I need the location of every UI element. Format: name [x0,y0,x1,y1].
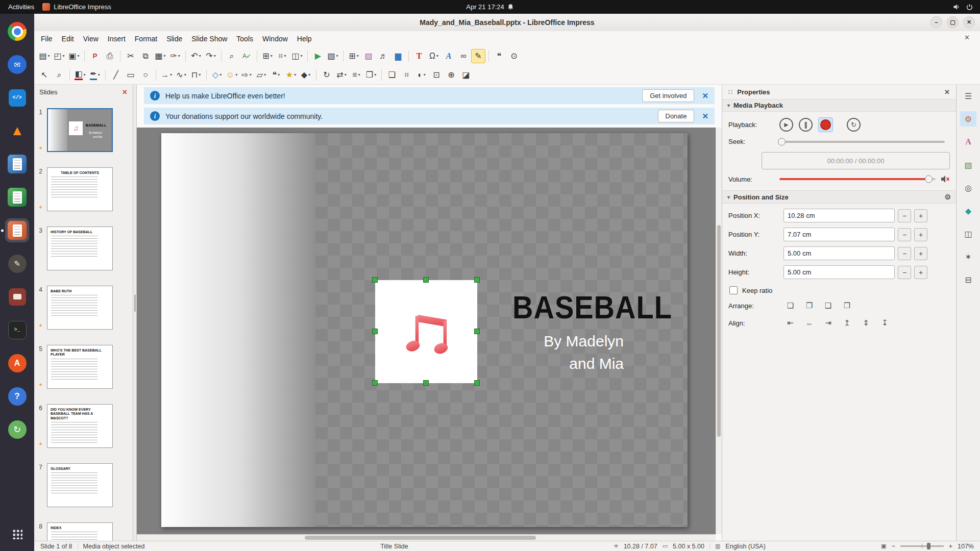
callouts-button[interactable]: ❝▾ [269,68,283,82]
display-grid-button[interactable]: ⊞▾ [260,49,275,63]
google-chrome-icon[interactable] [5,19,29,43]
selection-handle-bottom-middle[interactable] [423,380,429,386]
keep-ratio-checkbox[interactable] [729,286,738,294]
undo-button[interactable]: ↶▾ [189,49,203,63]
slide-thumbnail-1[interactable]: BASEBALL ♫ BASEBALL By Madelynand Mia [47,108,113,152]
selection-handle-bottom-right[interactable] [474,380,480,386]
insert-comment-button[interactable]: ❝▾ [492,49,506,63]
save-button[interactable]: ▣▾ [67,49,81,63]
sep-button[interactable]: ▾ [307,51,308,62]
special-character-button[interactable]: Ω▾ [427,49,441,63]
align-bottom-button[interactable]: ↧ [878,317,892,329]
libreoffice-impress-icon[interactable] [5,218,29,242]
hyperlink-button[interactable]: ∞▾ [456,49,471,63]
seek-slider[interactable] [779,141,945,143]
width-decrease-button[interactable]: − [898,247,911,260]
position-size-section-header[interactable]: ▾ Position and Size ⚙ [722,190,956,204]
activities-button[interactable]: Activities [8,3,34,11]
sep-button[interactable]: ▾ [316,69,316,81]
section-settings-icon[interactable]: ⚙ [944,193,951,201]
terminal-icon[interactable]: >_ [5,318,29,342]
zoom-in-button[interactable]: + [949,543,952,550]
menu-slide[interactable]: Slide [162,33,187,45]
height-decrease-button[interactable]: − [898,266,911,279]
libreoffice-writer-icon[interactable] [5,152,29,176]
connectors-button[interactable]: ⊓▾ [189,68,203,82]
insert-media-button[interactable]: ♬▾ [376,49,390,63]
open-button[interactable]: ◰▾ [52,49,66,63]
snap-guides-button[interactable]: ⌗▾ [275,49,289,63]
window-titlebar[interactable]: Mady_and_Mia_Baseball.pptx - LibreOffice… [34,14,980,32]
glue-points-button[interactable]: ⊕▾ [444,68,458,82]
send-to-back-button[interactable]: ❒ [840,299,854,312]
pause-button[interactable]: ∥ [799,118,813,132]
maximize-button[interactable]: ▢ [947,16,959,28]
position-x-increase-button[interactable]: + [914,209,927,222]
sep-button[interactable]: ▾ [488,51,489,62]
new-slide-button[interactable]: ▧▾ [326,49,340,63]
align-objects-button[interactable]: ≡▾ [349,68,363,82]
menu-edit[interactable]: Edit [57,33,79,45]
sep-button[interactable]: ▾ [221,51,222,62]
copy-button[interactable]: ⧉▾ [138,49,153,63]
close-document-button[interactable]: ✕ [964,34,970,41]
insert-chart-button[interactable]: ▆▾ [391,49,405,63]
shadow-button[interactable]: ❏▾ [385,68,399,82]
selection-handle-middle-right[interactable] [474,329,480,334]
zoom-slider-thumb[interactable] [927,543,930,549]
cut-button[interactable]: ✂▾ [124,49,138,63]
stars-banners-button[interactable]: ★▾ [284,68,298,82]
slide-byline-text[interactable]: By Madelyn and Mia [522,330,624,374]
repeat-button[interactable]: ↻ [847,118,861,132]
slide-canvas[interactable]: BASEBALL By Madelyn and Mia [137,128,716,534]
selection-handle-bottom-left[interactable] [372,380,378,386]
tab-gallery[interactable]: ▧ [960,157,976,172]
insert-textbox-button[interactable]: T▾ [412,49,426,63]
slide-title-text[interactable]: BASEBALL [512,292,660,324]
insert-line-button[interactable]: ╱▾ [109,68,123,82]
sep-button[interactable]: ▾ [120,51,120,62]
rotate-button[interactable]: ↻▾ [320,68,334,82]
paste-button[interactable]: ▦▾ [153,49,167,63]
panel-splitter[interactable] [133,84,137,541]
flowchart-button[interactable]: ▱▾ [254,68,268,82]
align-top-button[interactable]: ↥ [840,317,854,329]
zoom-level[interactable]: 107% [958,543,974,550]
slide-thumbnail-2[interactable]: TABLE OF CONTENTS ♫ TABLE OF CONTENTS By… [47,167,113,211]
vlc-icon[interactable]: ▲ [5,119,29,143]
fontwork-button[interactable]: A▾ [442,49,456,63]
block-arrows-button[interactable]: ⇨▾ [239,68,254,82]
stop-button[interactable] [818,117,833,132]
position-x-decrease-button[interactable]: − [898,209,911,222]
filter-button[interactable]: ◐▾ [414,68,429,82]
start-slideshow-button[interactable]: ▶▾ [311,49,325,63]
sep-button[interactable]: ▾ [408,51,409,62]
sep-button[interactable]: ▾ [257,51,257,62]
redo-button[interactable]: ↷▾ [204,49,218,63]
language-status[interactable]: English (USA) [725,543,766,550]
document-modified-icon[interactable]: ▥ [715,543,720,549]
slide-thumbnail-8[interactable]: INDEX ♫ INDEX By Madelynand Mia [47,522,113,541]
system-tray[interactable] [953,4,980,10]
sep-button[interactable]: ▾ [69,69,70,81]
bring-forward-button[interactable]: ❐ [802,299,816,312]
tab-shapes[interactable]: ◆ [960,203,976,218]
height-input[interactable] [783,265,895,279]
menu-format[interactable]: Format [130,33,162,45]
sep-button[interactable]: ▾ [185,51,186,62]
selection-handle-top-right[interactable] [474,277,480,283]
horizontal-scrollbar-thumb[interactable] [305,536,536,540]
seek-slider-knob[interactable] [778,138,786,145]
toggle-extrusion-button[interactable]: ◪▾ [459,68,473,82]
app-store-icon[interactable]: A [5,351,29,375]
get-involved-button[interactable]: Get involved [642,89,694,102]
minimize-button[interactable]: − [930,16,942,28]
volume-slider-knob[interactable] [925,176,933,183]
basic-shapes-button[interactable]: ◇▾ [210,68,224,82]
slide-thumbnail-3[interactable]: HISTORY OF BASEBALL ♫ HISTORY OF BASEBAL… [47,227,113,270]
position-x-input[interactable] [783,209,895,222]
donate-button[interactable]: Donate [658,110,695,122]
slide-thumbnail-4[interactable]: BABE RUTH ♫ BABE RUTH By Madelynand Mia [47,286,113,330]
menu-insert[interactable]: Insert [103,33,130,45]
software-updater-icon[interactable]: ↻ [5,417,29,441]
